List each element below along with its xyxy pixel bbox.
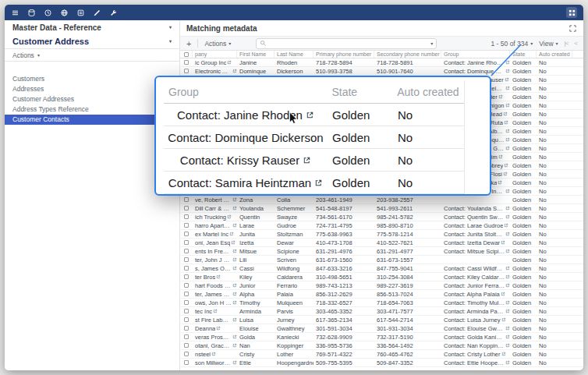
column-header-group[interactable]: Group bbox=[441, 51, 510, 58]
menu-icon[interactable] bbox=[11, 9, 19, 17]
row-checkbox[interactable] bbox=[184, 317, 189, 322]
column-header-secondary-phone[interactable]: Secondary phone number bbox=[374, 51, 441, 58]
table-row[interactable]: ows, Jon H Esq Timothy Mulqueen 718-332-… bbox=[180, 299, 583, 307]
pagination-range-button[interactable]: 1 - 50 of 334 ▾ bbox=[491, 40, 533, 48]
globe-icon[interactable] bbox=[60, 9, 69, 17]
row-checkbox[interactable] bbox=[184, 69, 189, 73]
sidebar-item-addresses[interactable]: Addresses bbox=[5, 84, 179, 94]
row-checkbox[interactable] bbox=[184, 283, 189, 288]
model-selector[interactable]: Master Data - Reference ▾ bbox=[5, 20, 179, 34]
row-checkbox[interactable] bbox=[184, 292, 189, 296]
sidebar-item-customers[interactable]: Customers bbox=[5, 74, 179, 84]
open-record-icon[interactable] bbox=[229, 232, 234, 236]
wrench-icon[interactable] bbox=[109, 9, 118, 17]
column-header-primary-phone[interactable]: Primary phone number bbox=[313, 51, 374, 58]
open-record-icon[interactable] bbox=[504, 120, 508, 125]
sidebar-item-customer-addresses[interactable]: Customer Addresses bbox=[5, 94, 179, 104]
actions-menu-button[interactable]: Actions ▾ bbox=[204, 40, 231, 48]
table-row[interactable]: ex Martel Inc Junita Stoltzman 775-638-9… bbox=[180, 230, 583, 239]
row-checkbox[interactable] bbox=[184, 240, 189, 245]
row-checkbox[interactable] bbox=[184, 360, 189, 365]
table-row[interactable]: hart Foods Inc Junior Ferrario 989-743-1… bbox=[180, 281, 583, 290]
table-row[interactable]: tec Inc Arminda Parvis 303-465-3352 303-… bbox=[180, 307, 583, 316]
open-record-icon[interactable] bbox=[503, 111, 508, 116]
table-row[interactable]: Dill Carr & Stonbraker Youlanda Schemmer… bbox=[180, 204, 583, 213]
sidebar-actions-menu[interactable]: Actions ▾ bbox=[5, 49, 179, 61]
sidebar-item-customer-contacts[interactable]: Customer Contacts bbox=[5, 115, 179, 125]
row-checkbox[interactable] bbox=[184, 232, 189, 236]
open-record-icon[interactable] bbox=[213, 309, 218, 313]
row-checkbox[interactable] bbox=[184, 326, 189, 331]
open-record-icon[interactable] bbox=[216, 326, 221, 331]
history-icon[interactable] bbox=[44, 9, 52, 17]
open-record-icon[interactable] bbox=[498, 154, 503, 159]
open-record-icon[interactable] bbox=[504, 223, 508, 228]
row-checkbox[interactable] bbox=[184, 223, 189, 228]
open-record-icon[interactable] bbox=[211, 352, 216, 356]
column-header-last-name[interactable]: Last Name bbox=[275, 51, 313, 58]
row-checkbox[interactable] bbox=[184, 214, 189, 219]
open-record-icon[interactable] bbox=[227, 214, 232, 219]
edit-icon[interactable] bbox=[93, 9, 101, 17]
table-row[interactable]: veras Prospect Golda Kaniecki 732-628-99… bbox=[180, 333, 583, 341]
table-row[interactable]: son Millwork Co Ettie Hoopengardner 509-… bbox=[180, 359, 583, 367]
row-checkbox[interactable] bbox=[184, 257, 189, 262]
row-checkbox[interactable] bbox=[184, 60, 189, 65]
first-page-button[interactable]: |< bbox=[565, 40, 569, 47]
row-checkbox[interactable] bbox=[184, 206, 189, 210]
database-icon[interactable] bbox=[27, 9, 36, 17]
search-input[interactable] bbox=[269, 40, 428, 47]
row-checkbox[interactable] bbox=[184, 300, 189, 305]
table-row[interactable]: ic Group Inc Janine Rhoden 718-728-5894 … bbox=[180, 58, 583, 67]
row-checkbox[interactable] bbox=[184, 197, 189, 202]
open-record-icon[interactable] bbox=[314, 179, 323, 187]
search-options-chevron-icon[interactable]: ▾ bbox=[430, 41, 433, 46]
open-record-icon[interactable] bbox=[501, 317, 506, 322]
open-record-icon[interactable] bbox=[501, 292, 505, 296]
column-header-auto-created[interactable]: Auto created bbox=[537, 51, 572, 58]
open-record-icon[interactable] bbox=[216, 274, 221, 279]
column-header-first-name[interactable]: First Name bbox=[237, 51, 275, 58]
entity-selector[interactable]: Customer Address ▾ bbox=[5, 34, 179, 48]
open-record-icon[interactable] bbox=[498, 180, 502, 185]
open-record-icon[interactable] bbox=[501, 352, 506, 356]
row-checkbox[interactable] bbox=[184, 274, 189, 279]
open-record-icon[interactable] bbox=[227, 60, 232, 65]
open-record-icon[interactable] bbox=[505, 103, 510, 108]
open-record-icon[interactable] bbox=[306, 111, 314, 119]
open-record-icon[interactable] bbox=[498, 94, 503, 99]
open-record-icon[interactable] bbox=[303, 156, 311, 165]
table-row[interactable]: ter, James M Jr Alpha Palaia 856-312-262… bbox=[180, 290, 583, 299]
table-row[interactable]: ter Bros Kiley Caldarera 310-498-5651 31… bbox=[180, 273, 583, 281]
table-row[interactable]: ter, John J Esq Lili Scriven 631-673-156… bbox=[180, 256, 583, 264]
column-header-state[interactable]: State bbox=[510, 51, 537, 58]
row-checkbox[interactable] bbox=[184, 352, 189, 356]
open-record-icon[interactable] bbox=[503, 172, 508, 176]
open-record-icon[interactable] bbox=[231, 240, 236, 245]
row-checkbox[interactable] bbox=[184, 309, 189, 313]
column-header-company[interactable]: pany bbox=[193, 51, 237, 58]
prev-page-button[interactable]: < bbox=[574, 40, 577, 47]
open-record-icon[interactable] bbox=[505, 77, 509, 82]
row-checkbox[interactable] bbox=[184, 334, 189, 339]
table-row[interactable]: st Fire Laboratory Luisa Jurney 617-365-… bbox=[180, 316, 583, 324]
search-box[interactable]: ▾ bbox=[256, 38, 437, 49]
fullscreen-icon[interactable] bbox=[569, 24, 577, 33]
table-row[interactable]: otani, Grace T Nan Koppinger 336-955-573… bbox=[180, 341, 583, 350]
table-row[interactable]: ve, Robert A Esq Zona Colla 203-461-1949… bbox=[180, 196, 583, 204]
tasks-icon[interactable] bbox=[76, 9, 85, 17]
add-record-button[interactable]: + bbox=[186, 39, 191, 48]
sidebar-item-address-types-reference[interactable]: Address Types Reference bbox=[5, 104, 179, 115]
row-checkbox[interactable] bbox=[184, 343, 189, 348]
view-menu-button[interactable]: View ▾ bbox=[539, 40, 558, 48]
row-checkbox[interactable] bbox=[184, 249, 189, 253]
open-record-icon[interactable] bbox=[504, 163, 508, 168]
table-row[interactable]: ich Trucking Quentin Swayze 734-561-6170… bbox=[180, 213, 583, 221]
table-row[interactable]: ents In Free Entrprs Mitsue Scipione 631… bbox=[180, 247, 583, 256]
table-row[interactable]: Electronic Assocs Inc Dominque Dickerson… bbox=[180, 67, 583, 76]
table-row[interactable]: nsteel Cristy Lother 769-571-4322 760-46… bbox=[180, 350, 583, 359]
select-all-checkbox[interactable] bbox=[184, 52, 189, 57]
apps-grid-icon[interactable] bbox=[566, 7, 577, 18]
table-row[interactable]: harro Apartments Larae Gudroe 724-731-47… bbox=[180, 221, 583, 230]
table-row[interactable]: oni, Jean Esq Izetta Dewar 410-473-1708 … bbox=[180, 239, 583, 247]
